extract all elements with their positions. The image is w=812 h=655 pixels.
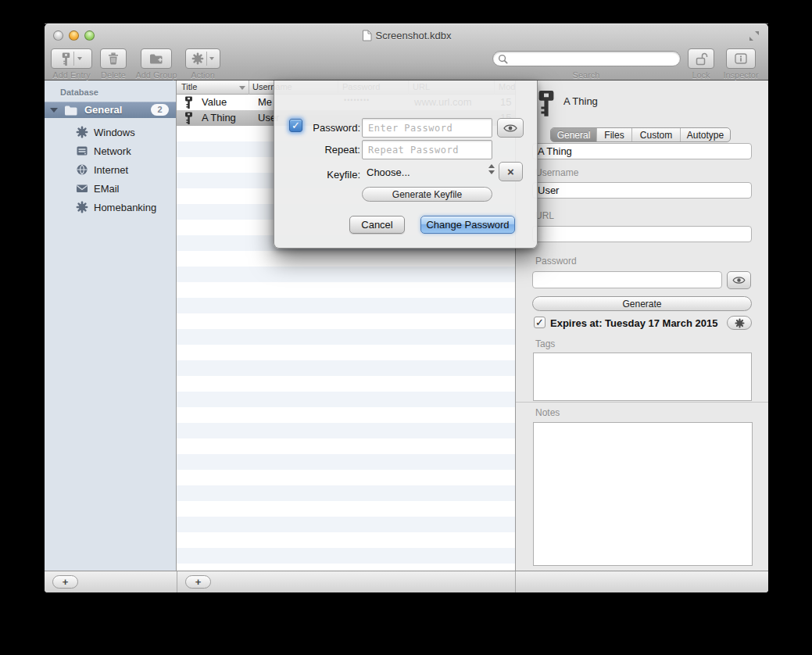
sidebar-item-email[interactable]: EMail (45, 179, 176, 198)
keyfile-popup[interactable]: Choose... (362, 163, 493, 181)
tags-textarea[interactable] (533, 353, 752, 401)
fullscreen-icon[interactable] (749, 30, 760, 41)
screen: Screenshot.kdbx Add Entry Del (0, 0, 812, 655)
url-field[interactable] (532, 226, 752, 242)
document-icon (362, 30, 372, 41)
section-divider (516, 402, 768, 403)
folder-icon (64, 105, 78, 116)
expires-label: Expires at: Tuesday 17 March 2015 (550, 317, 717, 329)
add-group-button[interactable] (141, 48, 172, 69)
add-group-label: Add Group (127, 70, 186, 80)
plus-icon: + (63, 577, 69, 587)
password-field[interactable] (532, 271, 722, 288)
inspector-entry-title: A Thing (563, 95, 598, 107)
footer-bar: + + (45, 571, 768, 592)
gear-icon (76, 126, 88, 138)
tab-files[interactable]: Files (597, 128, 632, 141)
folder-plus-icon (149, 53, 163, 64)
inspector-panel: A Thing General Files Custom Autotype Us… (515, 81, 768, 571)
generate-keyfile-button[interactable]: Generate Keyfile (362, 187, 492, 202)
search-input[interactable] (492, 51, 681, 66)
keyfile-value: Choose... (362, 166, 410, 178)
key-icon (184, 96, 193, 109)
trash-icon (108, 52, 119, 65)
window-chrome: Screenshot.kdbx Add Entry Del (45, 23, 768, 81)
repeat-label: Repeat: (302, 144, 360, 156)
key-icon (62, 52, 70, 66)
sidebar-item-internet[interactable]: Internet (45, 160, 176, 179)
sidebar-group-general[interactable]: General 2 (45, 102, 176, 118)
username-field[interactable] (532, 182, 752, 199)
envelope-icon (76, 182, 88, 195)
eye-icon (732, 276, 746, 285)
change-password-button[interactable]: Change Password (420, 216, 515, 234)
app-window: Screenshot.kdbx Add Entry Del (45, 23, 768, 592)
cell-title: Value (202, 96, 227, 108)
tab-general[interactable]: General (551, 128, 597, 141)
sidebar-item-network[interactable]: Network (45, 141, 176, 160)
show-password-button[interactable] (497, 118, 524, 138)
password-checkbox[interactable]: ✓ (289, 119, 302, 132)
notes-label: Notes (535, 407, 560, 418)
sidebar-item-homebanking[interactable]: Homebanking (45, 198, 176, 217)
sidebar-item-label: Homebanking (94, 202, 156, 213)
sidebar-group-label: General (84, 104, 122, 116)
close-icon: × (507, 165, 514, 178)
inspector-icon (735, 53, 747, 64)
url-label: URL (535, 210, 554, 221)
group-count-badge: 2 (151, 104, 169, 116)
cancel-button[interactable]: Cancel (349, 216, 405, 234)
popup-stepper-icon[interactable] (488, 164, 495, 174)
password-label: Password (535, 256, 577, 267)
sidebar: Database General 2 Windows (45, 81, 177, 571)
tab-autotype[interactable]: Autotype (681, 128, 730, 141)
search-icon (498, 54, 508, 64)
username-label: Username (535, 167, 578, 178)
password-label: Password: (302, 122, 360, 134)
window-title: Screenshot.kdbx (376, 30, 452, 41)
title-bar: Screenshot.kdbx (45, 30, 768, 45)
clear-keyfile-button[interactable]: × (499, 162, 523, 181)
inspector-tabs: General Files Custom Autotype (550, 127, 731, 142)
password-input[interactable] (362, 118, 492, 138)
cell-username: Me (258, 96, 272, 108)
eye-icon (503, 123, 517, 133)
gear-icon (191, 52, 204, 65)
sidebar-item-windows[interactable]: Windows (45, 123, 176, 141)
expires-settings-button[interactable] (727, 316, 752, 330)
gear-icon (76, 201, 88, 213)
lock-button[interactable] (688, 48, 714, 69)
chevron-down-icon (209, 57, 214, 60)
column-header-title[interactable]: Title (181, 82, 197, 91)
disclosure-triangle-icon[interactable] (50, 108, 58, 113)
sort-indicator-icon (239, 86, 245, 90)
generate-password-button[interactable]: Generate (532, 296, 752, 311)
gear-icon (735, 318, 745, 328)
sidebar-item-label: Windows (94, 127, 135, 138)
title-field[interactable] (532, 143, 752, 159)
sidebar-item-label: Internet (94, 164, 128, 176)
plus-icon: + (195, 577, 202, 587)
sidebar-section-header: Database (60, 88, 98, 97)
add-entry-footer-button[interactable]: + (185, 575, 211, 589)
inspector-button[interactable] (726, 48, 756, 69)
change-password-sheet: ✓ Password: Repeat: Keyfile: Choose... ×… (274, 81, 538, 249)
tags-label: Tags (535, 338, 555, 349)
delete-button[interactable] (100, 48, 127, 69)
add-entry-button[interactable] (51, 48, 92, 69)
notes-textarea[interactable] (533, 422, 753, 566)
repeat-input[interactable] (362, 140, 492, 159)
search-label: Search (563, 70, 610, 80)
add-group-footer-button[interactable]: + (52, 575, 78, 589)
server-icon (76, 145, 88, 157)
action-button[interactable] (185, 48, 220, 69)
cell-title: A Thing (202, 112, 236, 123)
keyfile-label: Keyfile: (302, 169, 360, 181)
globe-icon (76, 163, 88, 176)
expires-checkbox[interactable]: ✓ (534, 317, 546, 328)
tab-custom[interactable]: Custom (632, 128, 681, 141)
unlock-icon (695, 52, 708, 66)
action-label: Action (179, 70, 227, 80)
show-password-button[interactable] (727, 271, 751, 289)
sidebar-item-label: EMail (94, 183, 120, 195)
